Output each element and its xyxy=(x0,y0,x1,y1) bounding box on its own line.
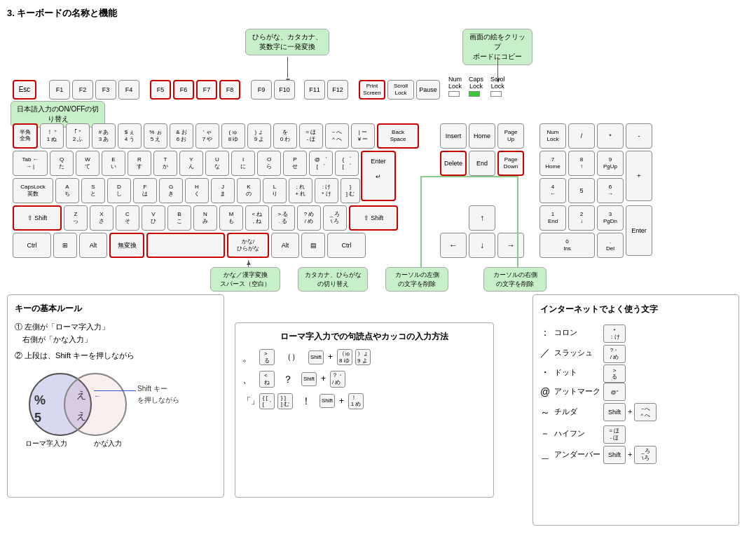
key-f4[interactable]: F4 xyxy=(118,80,139,100)
key-num-4[interactable]: 4← xyxy=(539,178,566,203)
key-num-5[interactable]: 5 xyxy=(568,178,595,203)
key-j[interactable]: Jま xyxy=(211,178,235,203)
key-c[interactable]: Cそ xyxy=(116,205,139,231)
key-f[interactable]: Fは xyxy=(133,178,157,203)
key-menu[interactable]: ▤ xyxy=(301,233,325,258)
key-g[interactable]: Gき xyxy=(159,178,183,203)
key-arrow-right[interactable]: → xyxy=(497,233,524,258)
key-num-8[interactable]: 8↑ xyxy=(568,151,595,176)
key-7[interactable]: ' ゃ7 や xyxy=(195,123,219,149)
key-shift-right[interactable]: ⇧ Shift xyxy=(349,205,398,231)
key-tab[interactable]: Tab ←→ | xyxy=(13,151,48,176)
key-n[interactable]: Nみ xyxy=(193,205,217,231)
key-ctrl-right[interactable]: Ctrl xyxy=(327,233,366,258)
key-num-2[interactable]: 2↓ xyxy=(568,205,595,231)
key-arrow-up[interactable]: ↑ xyxy=(469,205,495,231)
key-shift-left[interactable]: ⇧ Shift xyxy=(13,205,62,231)
key-num-minus[interactable]: - xyxy=(626,123,652,149)
key-space[interactable] xyxy=(146,233,225,258)
key-minus[interactable]: = ほ- ほ xyxy=(299,123,323,149)
key-delete[interactable]: Delete xyxy=(440,151,467,176)
key-num-dot[interactable]: .Del xyxy=(597,233,624,258)
key-z[interactable]: Zっ xyxy=(64,205,88,231)
key-insert[interactable]: Insert xyxy=(440,123,467,149)
key-6[interactable]: & お6 お xyxy=(170,123,193,149)
key-bracket-open[interactable]: { ゜[ ゜ xyxy=(335,151,359,176)
key-num-0[interactable]: 0Ins xyxy=(539,233,595,258)
key-alt-right[interactable]: Alt xyxy=(271,233,299,258)
key-kana[interactable]: かな/ひらがな xyxy=(227,233,269,258)
key-num-asterisk[interactable]: * xyxy=(597,123,624,149)
key-k[interactable]: Kの xyxy=(237,178,261,203)
key-caret[interactable]: ~ へ^ へ xyxy=(325,123,349,149)
key-a[interactable]: Aち xyxy=(55,178,79,203)
key-f9[interactable]: F9 xyxy=(251,80,272,100)
key-arrow-down[interactable]: ↓ xyxy=(469,233,495,258)
key-home[interactable]: Home xyxy=(469,123,495,149)
key-comma[interactable]: < ね, ね xyxy=(245,205,269,231)
key-semicolon[interactable]: ; れ+ れ xyxy=(289,178,312,203)
key-num-slash[interactable]: / xyxy=(568,123,595,149)
key-num-1[interactable]: 1End xyxy=(539,205,566,231)
key-pause[interactable]: Pause xyxy=(416,80,440,100)
key-0[interactable]: を0 わ xyxy=(273,123,297,149)
key-muhenkan[interactable]: 無変換 xyxy=(109,233,144,258)
key-windows[interactable]: ⊞ xyxy=(53,233,77,258)
key-9[interactable]: ) ょ9 よ xyxy=(247,123,271,149)
key-num-3[interactable]: 3PgDn xyxy=(597,205,624,231)
key-f11[interactable]: F11 xyxy=(304,80,325,100)
key-arrow-left[interactable]: ← xyxy=(440,233,467,258)
key-at[interactable]: @ ゛[ ゛ xyxy=(309,151,333,176)
key-ctrl-left[interactable]: Ctrl xyxy=(13,233,51,258)
key-pageup[interactable]: PageUp xyxy=(497,123,524,149)
key-alt-left[interactable]: Alt xyxy=(79,233,107,258)
key-w[interactable]: Wて xyxy=(76,151,99,176)
key-pagedown[interactable]: PageDown xyxy=(497,151,524,176)
key-v[interactable]: Vひ xyxy=(142,205,165,231)
key-num-enter[interactable]: Enter xyxy=(626,205,652,256)
key-num-plus[interactable]: + xyxy=(626,151,652,201)
key-colon[interactable]: : け* け xyxy=(315,178,338,203)
key-f7[interactable]: F7 xyxy=(196,80,217,100)
key-i[interactable]: Iに xyxy=(231,151,255,176)
key-slash[interactable]: ? め/ め xyxy=(297,205,321,231)
key-bracket-close[interactable]: }] む xyxy=(341,178,360,203)
key-print-screen[interactable]: PrintScreen xyxy=(359,80,385,100)
key-yen[interactable]: | ー¥ ー xyxy=(351,123,375,149)
key-backspace[interactable]: BackSpace xyxy=(377,123,419,149)
key-1[interactable]: ！ "1 ぬ xyxy=(40,123,64,149)
key-h[interactable]: Hく xyxy=(185,178,209,203)
key-b[interactable]: Bこ xyxy=(167,205,191,231)
key-f3[interactable]: F3 xyxy=(95,80,116,100)
key-x[interactable]: Xさ xyxy=(90,205,114,231)
key-underscore[interactable]: _ ろ\ ろ xyxy=(323,205,347,231)
key-esc[interactable]: Esc xyxy=(13,80,36,100)
key-hankaku[interactable]: 半角全角 xyxy=(13,123,38,149)
key-f8[interactable]: F8 xyxy=(219,80,240,100)
key-num-9[interactable]: 9PgUp xyxy=(597,151,624,176)
key-8[interactable]: ( ゅ8 ゆ xyxy=(221,123,245,149)
key-f1[interactable]: F1 xyxy=(49,80,70,100)
key-p[interactable]: Pせ xyxy=(283,151,307,176)
key-m[interactable]: Mも xyxy=(219,205,243,231)
key-f10[interactable]: F10 xyxy=(274,80,295,100)
key-f5[interactable]: F5 xyxy=(150,80,171,100)
key-2[interactable]: ｢ "2 ふ xyxy=(66,123,90,149)
key-l[interactable]: Lり xyxy=(263,178,287,203)
key-o[interactable]: Oら xyxy=(257,151,281,176)
key-period[interactable]: > る. る xyxy=(271,205,295,231)
key-capslock[interactable]: CapsLock英数 xyxy=(13,178,53,203)
key-enter[interactable]: Enter↵ xyxy=(361,151,396,201)
key-d[interactable]: Dし xyxy=(107,178,131,203)
key-f2[interactable]: F2 xyxy=(72,80,93,100)
key-s[interactable]: Sと xyxy=(81,178,105,203)
key-numlock[interactable]: NumLock xyxy=(539,123,566,149)
key-3[interactable]: # あ3 あ xyxy=(92,123,116,149)
key-e[interactable]: Eい xyxy=(102,151,125,176)
key-y[interactable]: Yん xyxy=(179,151,203,176)
key-t[interactable]: Tか xyxy=(153,151,177,176)
key-f12[interactable]: F12 xyxy=(327,80,348,100)
key-num-7[interactable]: 7Home xyxy=(539,151,566,176)
key-u[interactable]: Uな xyxy=(205,151,229,176)
key-r[interactable]: Rす xyxy=(128,151,151,176)
